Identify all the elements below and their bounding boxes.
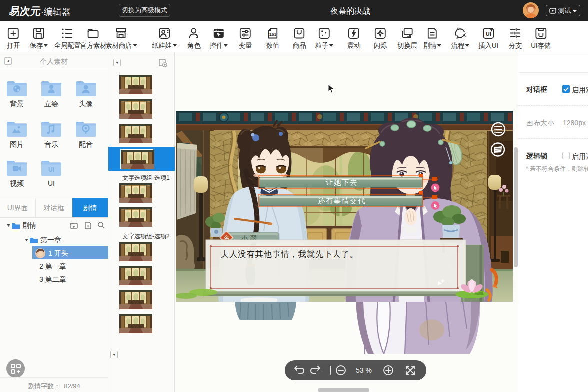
svg-text:夫人没有其他事情，我就先下去了。: 夫人没有其他事情，我就先下去了。 xyxy=(221,250,358,258)
svg-text:还有事情交代: 还有事情交代 xyxy=(318,197,366,205)
svg-text:第一章: 第一章 xyxy=(40,236,62,244)
svg-text:UI: UI xyxy=(48,166,54,174)
svg-text:53 %: 53 % xyxy=(356,366,372,374)
svg-text:163: 163 xyxy=(270,32,276,37)
svg-text:1 开头: 1 开头 xyxy=(48,250,68,258)
svg-text:让她下去: 让她下去 xyxy=(326,178,358,186)
svg-text:剧情: 剧情 xyxy=(22,222,36,230)
svg-text:UI: UI xyxy=(486,31,492,37)
